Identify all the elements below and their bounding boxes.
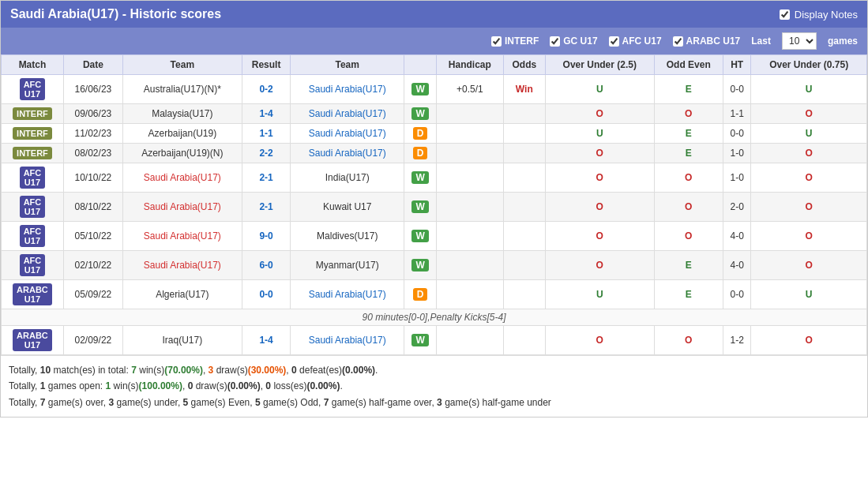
cell-team1: Azerbaijan(U19) [122,124,242,144]
table-row: INTERF 11/02/23 Azerbaijan(U19) 1-1 Saud… [2,124,867,144]
cell-over-under-075: O [751,144,867,163]
cell-team1: Saudi Arabia(U17) [122,251,242,280]
filter-interf: INTERF [491,36,539,47]
cell-outcome: W [404,251,437,280]
cell-ht: 0-0 [723,124,750,144]
cell-match: AFCU17 [2,193,64,222]
cell-outcome: W [404,193,437,222]
col-odds: Odds [503,55,545,75]
filter-gc-u17-checkbox[interactable] [550,36,560,47]
cell-over-under-075: U [751,124,867,144]
header: Saudi Arabia(U17) - Historic scores Disp… [1,1,867,28]
result-link[interactable]: 1-4 [259,335,272,346]
filter-interf-checkbox[interactable] [491,36,502,47]
cell-handicap: +0.5/1 [436,75,503,104]
cell-outcome: W [404,104,437,124]
cell-over-under-25: O [545,222,654,251]
match-badge: AFCU17 [20,196,46,218]
cell-team1: Saudi Arabia(U17) [122,193,242,222]
table-row: AFCU17 16/06/23 Australia(U17)(N)* 0-2 S… [2,75,867,104]
summary-line3: Totally, 7 game(s) over, 3 game(s) under… [9,395,859,410]
result-link[interactable]: 2-1 [259,172,272,183]
cell-ht: 4-0 [723,222,750,251]
cell-match: AFCU17 [2,251,64,280]
cell-odd-even: O [654,104,723,124]
cell-odd-even: E [654,124,723,144]
cell-odd-even: E [654,251,723,280]
cell-ht: 1-1 [723,104,750,124]
cell-outcome: W [404,222,437,251]
result-link[interactable]: 0-2 [259,84,272,95]
result-link[interactable]: 1-1 [259,128,272,139]
cell-team1: Iraq(U17) [122,326,242,355]
cell-outcome: W [404,75,437,104]
cell-odds [503,251,545,280]
cell-odds [503,144,545,163]
games-select[interactable]: 10 20 30 [782,32,817,50]
cell-outcome: W [404,163,437,193]
cell-team1: Saudi Arabia(U17) [122,163,242,193]
cell-outcome: D [404,280,437,309]
main-container: Saudi Arabia(U17) - Historic scores Disp… [0,0,868,417]
filter-bar: INTERF GC U17 AFC U17 ARABC U17 Last 10 … [1,28,867,54]
cell-outcome: D [404,144,437,163]
cell-date: 08/10/22 [63,193,122,222]
outcome-win: W [411,200,428,213]
cell-odds [503,124,545,144]
result-link[interactable]: 1-4 [259,108,272,119]
col-odd-even: Odd Even [654,55,723,75]
col-over-under-25: Over Under (2.5) [545,55,654,75]
cell-over-under-075: U [751,280,867,309]
cell-date: 16/06/23 [63,75,122,104]
match-badge: INTERF [13,107,52,120]
cell-handicap [436,144,503,163]
cell-odd-even: E [654,75,723,104]
outcome-win: W [411,334,428,346]
table-row: AFCU17 05/10/22 Saudi Arabia(U17) 9-0 Ma… [2,222,867,251]
filter-afc-u17: AFC U17 [609,36,662,47]
result-link[interactable]: 2-1 [259,201,272,212]
filter-interf-label: INTERF [505,36,539,47]
cell-date: 10/10/22 [63,163,122,193]
cell-match: AFCU17 [2,222,64,251]
result-link[interactable]: 6-0 [259,260,272,271]
filter-arabc-u17-checkbox[interactable] [673,36,683,47]
cell-team2: India(U17) [291,163,404,193]
cell-result: 6-0 [242,251,290,280]
outcome-draw: D [413,127,428,140]
match-badge: ARABCU17 [13,329,52,351]
cell-match: ARABCU17 [2,326,64,355]
col-team2: Team [291,55,404,75]
cell-result: 1-4 [242,104,290,124]
cell-team2: Saudi Arabia(U17) [291,280,404,309]
table-row: AFCU17 02/10/22 Saudi Arabia(U17) 6-0 My… [2,251,867,280]
cell-date: 02/10/22 [63,251,122,280]
cell-result: 2-1 [242,193,290,222]
cell-team2: Kuwait U17 [291,193,404,222]
result-link[interactable]: 2-2 [259,148,272,159]
cell-over-under-25: O [545,251,654,280]
cell-over-under-075: O [751,163,867,193]
filter-arabc-u17: ARABC U17 [673,36,741,47]
cell-ht: 2-0 [723,193,750,222]
cell-date: 02/09/22 [63,326,122,355]
cell-odd-even: O [654,222,723,251]
cell-over-under-25: O [545,193,654,222]
summary-section: Totally, 10 match(es) in total: 7 win(s)… [1,355,867,417]
result-link[interactable]: 9-0 [259,230,272,242]
cell-over-under-25: O [545,144,654,163]
cell-team1: Saudi Arabia(U17) [122,222,242,251]
cell-over-under-075: U [751,75,867,104]
result-link[interactable]: 0-0 [259,289,272,300]
cell-over-under-075: O [751,251,867,280]
table-row: INTERF 09/06/23 Malaysia(U17) 1-4 Saudi … [2,104,867,124]
cell-ht: 0-0 [723,75,750,104]
filter-afc-u17-checkbox[interactable] [609,36,619,47]
cell-over-under-25: O [545,163,654,193]
cell-team1: Malaysia(U17) [122,104,242,124]
cell-handicap [436,124,503,144]
cell-handicap [436,193,503,222]
cell-odds: Win [503,75,545,104]
cell-match: INTERF [2,144,64,163]
display-notes-checkbox[interactable] [780,9,790,20]
